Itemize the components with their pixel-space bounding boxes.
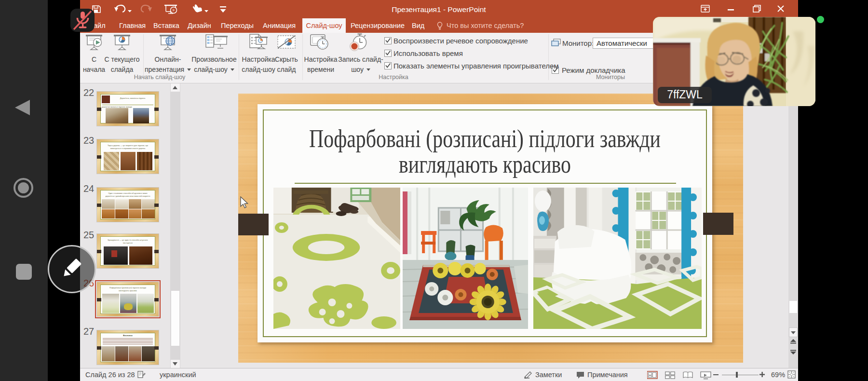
svg-text:Презентация1 - PowerPoint: Презентация1 - PowerPoint <box>392 5 486 14</box>
